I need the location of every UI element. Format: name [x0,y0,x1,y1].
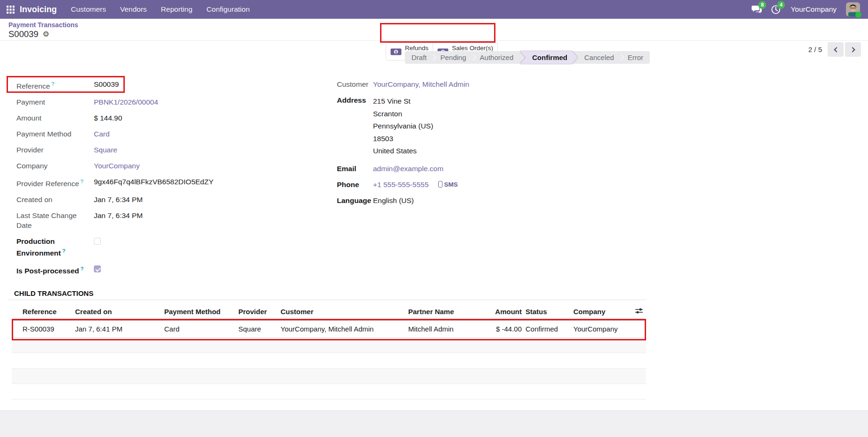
help-question-icon: ? [62,248,66,254]
field-last-state-change-date: Last State Change DateJan 7, 6:34 PM [16,211,282,230]
payment-value[interactable]: PBNK1/2026/00004 [94,97,158,107]
field-language: Language English (US) [337,196,647,205]
email-label: Email [337,164,373,173]
chevron-left-icon [834,47,839,52]
status-step-error[interactable]: Error [621,51,650,64]
column-header-created-on[interactable]: Created on [75,304,164,321]
messages-button[interactable]: 8 [750,3,763,16]
field-phone: Phone +1 555-555-5555 SMS [337,180,647,189]
language-value: English (US) [373,196,414,205]
empty-table-row [12,353,646,369]
phone-label: Phone [337,180,373,189]
form-right-column: Customer YourCompany, Mitchell Admin Add… [337,79,647,211]
help-question-icon: ? [81,179,84,184]
status-step-authorized[interactable]: Authorized [473,51,520,64]
table-row-r-s00039[interactable]: R-S00039Jan 7, 6:41 PMCardSquareYourComp… [12,321,646,338]
status-step-pending[interactable]: Pending [434,51,472,64]
provider-reference-label: Provider Reference? [16,177,94,188]
cell-reference: R-S00039 [12,321,75,338]
amount-label: Amount [16,113,94,123]
menu-configuration[interactable]: Configuration [206,5,250,14]
form-left-column: Reference?S00039PaymentPBNK1/2026/00004A… [16,79,282,282]
empty-table-row [12,338,646,353]
field-reference: Reference?S00039 [16,79,282,91]
cell-company: YourCompany [573,321,631,338]
address-line: 18503 [373,133,433,145]
production-environment-checkbox[interactable] [94,238,101,245]
column-header-status[interactable]: Status [525,304,573,321]
activities-badge: 4 [777,1,785,9]
child-transactions-title: CHILD TRANSACTIONS [14,289,93,297]
breadcrumb: Payment Transactions S00039 ⚙ [8,21,78,39]
optional-columns-icon [635,308,643,314]
optional-columns-toggle[interactable] [631,304,646,321]
actions-gear-icon[interactable]: ⚙ [43,30,49,38]
provider-label: Provider [16,145,94,155]
table-body: R-S00039Jan 7, 6:41 PMCardSquareYourComp… [12,321,646,399]
menu-customers[interactable]: Customers [71,5,106,14]
phone-value[interactable]: +1 555-555-5555 [373,180,429,189]
cell-customer: YourCompany, Mitchell Admin [281,321,408,338]
topbar-right: 8 4 YourCompany [750,2,860,16]
menu-reporting[interactable]: Reporting [161,5,192,14]
control-panel: Payment Transactions S00039 ⚙ $Refunds1$… [0,19,868,41]
field-amount: Amount$ 144.90 [16,113,282,123]
provider-value[interactable]: Square [94,145,117,155]
status-step-canceled[interactable]: Canceled [578,51,620,64]
field-production-environment: Production Environment? [16,236,282,258]
empty-table-row [12,369,646,384]
address-line: 215 Vine St [373,95,433,108]
last-state-change-date-value: Jan 7, 6:34 PM [94,211,143,230]
field-company: CompanyYourCompany [16,161,282,171]
payment-label: Payment [16,97,94,107]
created-on-label: Created on [16,195,94,204]
column-header-customer[interactable]: Customer [281,304,408,321]
pager-next-button[interactable] [845,42,861,57]
svg-text:$: $ [395,49,397,54]
messages-badge: 8 [758,1,766,9]
page-background-bottom [0,410,868,437]
help-question-icon: ? [52,81,54,87]
column-header-partner-name[interactable]: Partner Name [408,304,482,321]
cell-blank [631,321,646,338]
column-header-amount[interactable]: Amount [482,304,525,321]
empty-table-row [12,384,646,399]
cell-amount: $ -44.00 [482,321,525,338]
language-label: Language [337,196,373,205]
topbar: Invoicing CustomersVendorsReportingConfi… [0,0,868,19]
pager-count: 2 / 5 [808,45,822,53]
last-state-change-date-label: Last State Change Date [16,211,94,230]
reference-value: S00039 [94,79,119,91]
apps-grid-icon[interactable] [7,6,15,14]
breadcrumb-payment-transactions[interactable]: Payment Transactions [8,21,78,29]
customer-label: Customer [337,79,373,89]
address-value: 215 Vine StScrantonPennsylvania (US)1850… [373,95,433,158]
column-header-company[interactable]: Company [573,304,631,321]
column-header-provider[interactable]: Provider [238,304,281,321]
field-provider-reference: Provider Reference?9gx46Fq7q4lBFkzVB6582… [16,177,282,188]
menu-vendors[interactable]: Vendors [120,5,147,14]
email-value[interactable]: admin@example.com [373,164,443,173]
production-environment-label: Production Environment? [16,236,94,258]
status-step-confirmed[interactable]: Confirmed [520,51,578,64]
record-name: S00039 [8,29,38,39]
activities-button[interactable]: 4 [769,3,782,16]
mobile-phone-icon [438,181,442,188]
pager-previous-button[interactable] [828,42,844,57]
cell-created-on: Jan 7, 6:41 PM [75,321,164,338]
cell-status: Confirmed [525,321,573,338]
column-header-payment-method[interactable]: Payment Method [164,304,238,321]
sms-button[interactable]: SMS [438,180,458,189]
address-line: United States [373,145,433,158]
payment-method-value[interactable]: Card [94,129,110,139]
app-name[interactable]: Invoicing [20,5,57,15]
company-switcher[interactable]: YourCompany [791,5,837,14]
customer-value[interactable]: YourCompany, Mitchell Admin [373,79,469,89]
field-is-post-processed: Is Post-processed? [16,264,282,276]
is-post-processed-checkbox[interactable] [94,265,101,272]
status-step-draft[interactable]: Draft [405,51,434,64]
field-payment-method: Payment MethodCard [16,129,282,139]
user-avatar[interactable] [846,2,860,16]
company-value[interactable]: YourCompany [94,161,140,171]
column-header-reference[interactable]: Reference [12,304,75,321]
